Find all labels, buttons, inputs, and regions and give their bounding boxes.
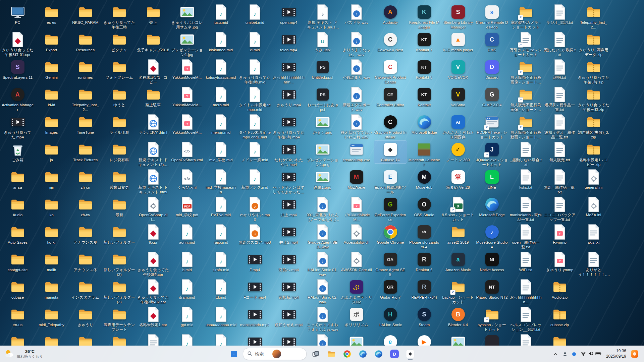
desktop-icon[interactable]: ♪HALion Sonic 01.wav [306,251,339,278]
desktop-icon[interactable]: インスタグラム [69,278,102,301]
show-desktop-button[interactable] [641,346,643,362]
desktop-icon[interactable]: Resources [69,31,102,53]
desktop-icon[interactable]: きゅうり食ってた午後3時-02.cpr [137,278,170,305]
desktop-icon[interactable]: 名称未設定1 - コピー [137,58,170,85]
desktop-icon[interactable]: ♪b.mid [171,251,204,273]
desktop-icon[interactable]: ♪新規ソング.mid [238,168,271,191]
desktop-icon[interactable]: ぷぷよぷよ™テトリス®2 [340,278,373,305]
desktop-icon[interactable]: 選択肢.mp4 [272,278,305,301]
desktop-icon[interactable]: 新規 テキスト ドキュメント (2).html [137,141,170,168]
desktop-icon[interactable]: PSおーばーまにあ.ppsf [306,86,339,113]
desktop-icon[interactable]: ♪PVTNd.mid [205,196,237,218]
desktop-icon[interactable]: open - 親作品一覧.txt [509,223,542,250]
desktop-icon[interactable]: VVoiSona [442,86,475,108]
desktop-icon[interactable]: ♪sirofo.mid [205,251,237,273]
desktop-icon[interactable]: AIかんたん！AITalk 3 関西弁 [442,113,475,140]
desktop-icon[interactable]: NINative Access [476,251,508,273]
desktop-icon[interactable]: ko-kr [35,223,68,246]
desktop-icon[interactable]: GRGuitar Rig 7 [374,278,407,301]
desktop-icon[interactable]: sfzPlogue sforzando x64 [408,223,441,250]
desktop-icon[interactable]: CEController Editor [374,86,407,108]
desktop-icon[interactable]: ♪MuseScore Studio 4 [476,223,508,250]
desktop-icon[interactable]: Audio.zip [543,278,576,301]
desktop-icon[interactable]: midi_Telepathy [35,306,68,328]
desktop-icon[interactable]: 調声練習(失敗)_3.zip [577,113,610,140]
notification-center-icon[interactable] [629,348,640,360]
desktop-icon[interactable]: 死にたい_ゅ歌詞.txt [543,31,576,58]
desktop-icon[interactable]: cubase [1,278,34,301]
desktop-icon[interactable]: ヘッドフォンはずしてでよかった.mp4 [272,168,305,195]
desktop-icon[interactable]: ◆Cubase 14 [374,141,407,163]
desktop-icon[interactable]: GAGroove Agent SE 5 [374,251,407,278]
desktop-icon[interactable]: es-es [35,3,68,26]
desktop-icon[interactable]: HDDFMT.exe - ショートカット [476,113,508,140]
desktop-icon[interactable]: PSUntitled.ppsf [306,58,339,81]
desktop-icon[interactable] [238,333,271,346]
desktop-icon[interactable]: SSpectraLayers 11 [1,58,34,81]
desktop-icon[interactable]: LLINE [476,168,508,191]
desktop-icon[interactable]: ✓ノートン 360 [442,141,475,163]
hidden-icons-chevron[interactable] [551,348,560,360]
desktop-icon[interactable]: CCMS [476,31,508,53]
desktop-icon[interactable]: ♪gpt.mid [171,306,204,328]
desktop-icon[interactable]: Gemini [35,58,68,81]
desktop-icon[interactable]: 名称未設定1.cpr [137,306,170,328]
desktop-icon[interactable]: malib [35,251,68,273]
desktop-icon[interactable]: RREAPER (x64) [408,278,441,301]
desktop-icon[interactable]: 新規 テキスト ドキュメント.html [137,168,170,195]
desktop-icon[interactable]: ▲VLC media player [442,31,475,53]
desktop-icon[interactable]: zh-cn [69,168,102,191]
desktop-icon[interactable]: ♪jusu.mid [205,3,237,26]
desktop-icon[interactable]: Export [35,31,68,53]
desktop-icon[interactable]: _起動しない場合.txt [509,141,542,168]
desktop-icon[interactable]: ♪Groove Agent SE 01.wav [306,223,339,250]
desktop-icon[interactable]: AAudacity [374,3,407,26]
desktop-icon[interactable]: きゅうり.mp4 [272,86,305,108]
desktop-icon[interactable]: OOBS Studio [408,196,441,218]
desktop-icon[interactable]: akis.txt [577,223,610,246]
taskbar-discord[interactable]: D [388,347,401,361]
desktop-icon[interactable] [476,333,508,346]
desktop-icon[interactable] [543,333,576,346]
desktop-icon[interactable]: ♪タイトル未設定,tempo.ong1.mid [238,113,271,140]
desktop-icon[interactable]: 無人販売.txt [543,141,576,163]
desktop-icon[interactable] [103,333,136,346]
desktop-icon[interactable]: X9.5.xlsx - ショートカット [442,196,475,223]
desktop-icon[interactable]: 父子キャンプ2018 [137,31,170,53]
desktop-icon[interactable]: ▶ [408,333,441,346]
desktop-icon[interactable]: Telepathy_Inst_2... [577,3,610,30]
desktop-icon[interactable]: ♪メドレー風.mid [238,141,271,163]
desktop-icon[interactable]: AActivation Manager [1,86,34,113]
desktop-icon[interactable]: KTKontakt [408,86,441,108]
desktop-icon[interactable]: EEpson 接続診断ツール [374,168,407,195]
desktop-icon[interactable]: おっhhhhhhhhhhhh... [509,278,542,305]
desktop-icon[interactable]: zh-tw [69,196,102,218]
desktop-icon[interactable]: ksks.txt [509,168,542,191]
weather-widget[interactable]: 26°C 晴れ時々くもり [1,347,46,361]
desktop-icon[interactable]: 無人販売不正行為動画 - ショートカット [509,113,542,140]
desktop-icon[interactable]: Images [35,113,68,136]
desktop-icon[interactable]: Minecraft Launcher [408,141,441,168]
desktop-icon[interactable]: アナウンス夏 [69,223,102,246]
desktop-icon[interactable]: ♪aorin.mid [171,223,204,246]
desktop-icon[interactable]: ja [35,141,68,163]
desktop-icon[interactable]: PC [1,3,34,26]
clock[interactable]: 19:36 2025/09/19 [604,348,628,360]
desktop-icon[interactable]: 売上 [137,3,170,26]
desktop-icon[interactable]: Uうみ.ustx [306,31,339,53]
desktop-icon[interactable]: KTKontakt 7 [408,31,441,53]
desktop-icon[interactable]: 通知うぜえ.mp4 [272,306,305,328]
desktop-icon[interactable]: HHALion Sonic [374,306,407,328]
desktop-icon[interactable]: chatgpt-site [1,251,34,273]
desktop-icon[interactable]: Accessibility.dll [340,223,373,246]
desktop-icon[interactable]: e [374,333,407,346]
search-box[interactable]: 検索 [243,348,307,360]
start-button[interactable] [227,347,240,361]
desktop-icon[interactable]: RReaktor 6 [408,251,441,273]
desktop-icon[interactable]: ♪uaaaaaaaaaa.mid [205,306,237,328]
desktop-icon[interactable]: MMoZA.exe [340,168,373,191]
desktop-icon[interactable]: MMuseHub [408,168,441,191]
desktop-icon[interactable]: ♪ [171,333,204,346]
desktop-icon[interactable] [35,333,68,346]
desktop-icon[interactable]: レジ袋有料 [103,141,136,163]
